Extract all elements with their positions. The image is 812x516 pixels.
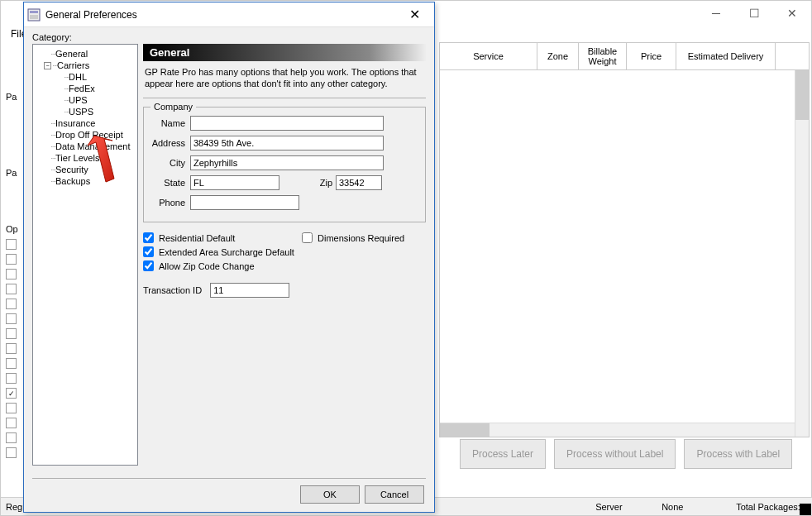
checkbox-partial[interactable]: [6, 239, 17, 250]
checkbox-partial[interactable]: [6, 254, 17, 265]
svg-rect-2: [30, 15, 38, 19]
th-estimated[interactable]: Estimated Delivery: [676, 43, 776, 69]
th-price[interactable]: Price: [627, 43, 676, 69]
th-zone[interactable]: Zone: [537, 43, 579, 69]
collapse-icon[interactable]: −: [44, 62, 51, 69]
dialog-footer: OK Cancel: [300, 485, 424, 504]
tree-datamgmt[interactable]: ┈Data Management: [35, 141, 136, 152]
resize-grip[interactable]: [800, 504, 811, 515]
checkbox-partial[interactable]: [6, 269, 17, 280]
category-tree[interactable]: ┈General −┈Carriers ┈DHL ┈FedEx ┈UPS ┈US…: [32, 44, 138, 466]
company-legend: Company: [150, 102, 196, 112]
state-label: State: [150, 178, 190, 188]
tree-dropoff[interactable]: ┈Drop Off Receipt: [35, 129, 136, 141]
divider: [143, 98, 426, 98]
scroll-corner: [776, 43, 790, 69]
city-input[interactable]: [190, 155, 384, 170]
residential-checkbox[interactable]: Residential Default: [143, 232, 302, 243]
checkbox-partial[interactable]: [6, 299, 17, 309]
results-table: Service Zone Billable Weight Price Estim…: [439, 42, 810, 437]
tree-tierlevels[interactable]: ┈Tier Levels: [35, 152, 136, 164]
preferences-dialog: General Preferences ✕ Category: ┈General…: [23, 2, 435, 513]
company-fieldset: Company Name Address City State: [143, 107, 426, 222]
tree-ups[interactable]: ┈UPS: [35, 94, 136, 106]
state-input[interactable]: [190, 175, 279, 190]
process-later-button[interactable]: Process Later: [460, 439, 546, 469]
maximize-button[interactable]: ☐: [735, 1, 773, 26]
checkbox-partial[interactable]: [6, 328, 17, 339]
left-checkboxes: ✓: [6, 239, 17, 462]
tree-general[interactable]: ┈General: [35, 48, 136, 60]
minimize-button[interactable]: ─: [697, 1, 735, 26]
city-label: City: [150, 158, 190, 168]
app-icon: [27, 8, 41, 22]
category-label: Category:: [32, 32, 426, 42]
status-total-packages: Total Packages: 0: [736, 502, 808, 512]
section-description: GP Rate Pro has many options that help y…: [143, 61, 426, 94]
checkbox-partial[interactable]: ✓: [6, 388, 17, 399]
phone-label: Phone: [150, 198, 190, 208]
checkbox-partial[interactable]: [6, 447, 17, 458]
transaction-id-input[interactable]: [210, 283, 289, 298]
dimensions-checkbox[interactable]: Dimensions Required: [302, 232, 426, 243]
tree-insurance[interactable]: ┈Insurance: [35, 117, 136, 129]
tree-fedex[interactable]: ┈FedEx: [35, 83, 136, 94]
tree-backups[interactable]: ┈Backups: [35, 175, 136, 187]
status-server-value: None: [662, 502, 736, 512]
allowzip-checkbox[interactable]: Allow Zip Code Change: [143, 260, 302, 271]
name-label: Name: [150, 118, 190, 128]
close-button[interactable]: ✕: [773, 1, 811, 26]
left-panel-partial: Pa Pa: [1, 42, 26, 184]
name-input[interactable]: [190, 116, 384, 131]
svg-rect-1: [30, 11, 38, 13]
horizontal-scrollbar[interactable]: [440, 423, 795, 437]
checkbox-partial[interactable]: [6, 432, 17, 443]
checkbox-partial[interactable]: [6, 418, 17, 428]
table-body: [439, 70, 810, 437]
dialog-title: General Preferences: [45, 9, 398, 21]
cancel-button[interactable]: Cancel: [365, 485, 424, 504]
address-label: Address: [150, 138, 190, 148]
transaction-id-label: Transaction ID: [143, 285, 210, 295]
tree-carriers[interactable]: −┈Carriers: [35, 60, 136, 71]
checkbox-partial[interactable]: [6, 403, 17, 413]
zip-input[interactable]: [336, 175, 382, 190]
checkbox-partial[interactable]: [6, 373, 17, 384]
vertical-scrollbar[interactable]: [795, 70, 809, 437]
footer-divider: [32, 478, 426, 479]
tree-usps[interactable]: ┈USPS: [35, 106, 136, 117]
dialog-titlebar[interactable]: General Preferences ✕: [24, 2, 434, 27]
extended-checkbox[interactable]: Extended Area Surcharge Default: [143, 246, 302, 257]
checkbox-partial[interactable]: [6, 343, 17, 354]
options-label: Op: [1, 224, 18, 234]
checkbox-partial[interactable]: [6, 313, 17, 324]
settings-panel: General GP Rate Pro has many options tha…: [143, 44, 426, 466]
process-with-label-button[interactable]: Process with Label: [684, 439, 792, 469]
tree-dhl[interactable]: ┈DHL: [35, 71, 136, 83]
ok-button[interactable]: OK: [300, 485, 360, 504]
th-billable[interactable]: Billable Weight: [579, 43, 627, 69]
status-server-label: Server: [595, 502, 662, 512]
process-without-label-button[interactable]: Process without Label: [554, 439, 676, 469]
checkbox-partial[interactable]: [6, 284, 17, 294]
tree-security[interactable]: ┈Security: [35, 164, 136, 175]
th-service[interactable]: Service: [440, 43, 537, 69]
address-input[interactable]: [190, 136, 384, 150]
checkbox-partial[interactable]: [6, 358, 17, 369]
dialog-close-button[interactable]: ✕: [398, 3, 431, 26]
zip-label: Zip: [313, 178, 336, 188]
action-buttons: Process Later Process without Label Proc…: [460, 439, 792, 469]
section-header: General: [143, 44, 426, 61]
phone-input[interactable]: [190, 195, 299, 210]
